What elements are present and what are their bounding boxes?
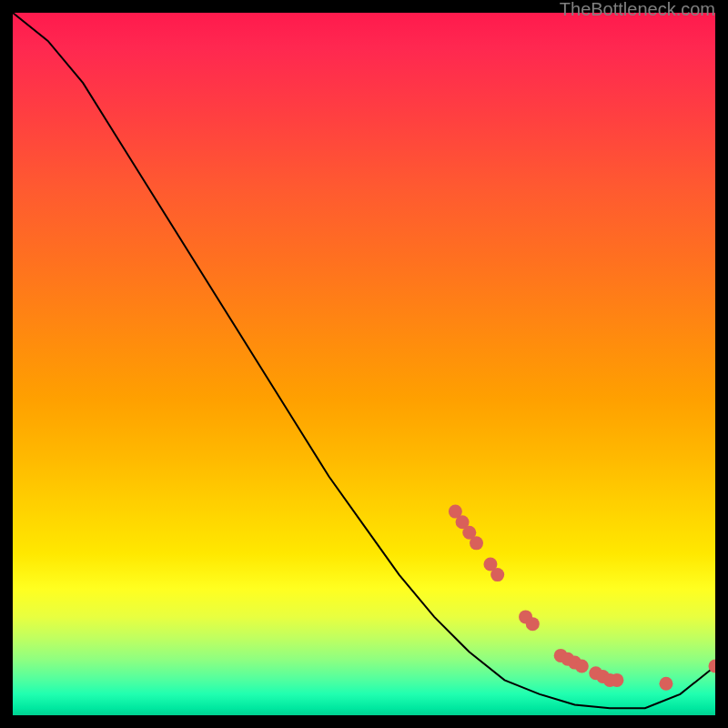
highlighted-data-points [449, 505, 715, 691]
data-point [526, 617, 540, 631]
data-point [610, 673, 623, 687]
data-point [470, 536, 483, 550]
watermark-text: TheBottleneck.com [560, 0, 715, 20]
data-point [490, 568, 504, 581]
bottleneck-curve [13, 13, 715, 708]
data-point [575, 659, 589, 672]
data-point [659, 677, 672, 691]
chart-svg [13, 13, 715, 715]
chart-area [13, 13, 715, 715]
